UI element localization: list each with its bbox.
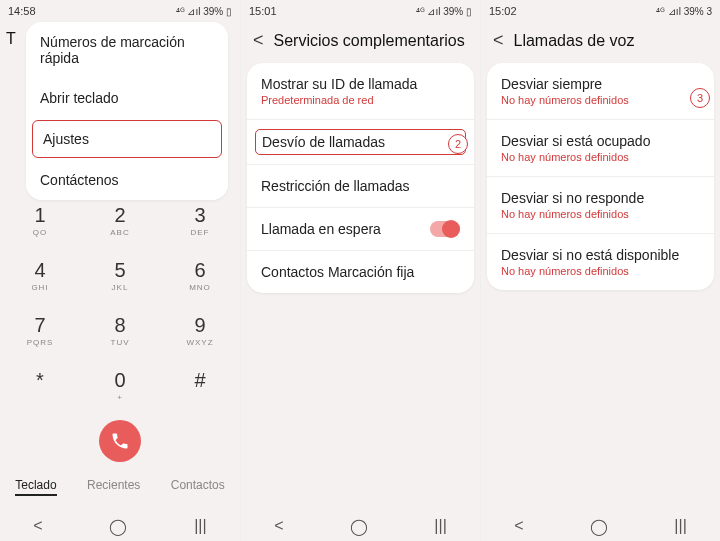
- status-icons: ⁴ᴳ ⊿ıl 39% ▯: [416, 6, 472, 17]
- step-badge-2: 2: [448, 134, 468, 154]
- status-icons: ⁴ᴳ ⊿ıl 39% 3: [656, 6, 712, 17]
- page-title: Llamadas de voz: [514, 32, 635, 50]
- key-0[interactable]: 0+: [80, 357, 160, 412]
- overflow-menu: Números de marcación rápida Abrir teclad…: [26, 22, 228, 200]
- key-3[interactable]: 3DEF: [160, 192, 240, 247]
- call-button[interactable]: [99, 420, 141, 462]
- item-call-waiting[interactable]: Llamada en espera: [247, 208, 474, 251]
- item-call-forwarding[interactable]: Desvío de llamadas: [247, 120, 474, 165]
- nav-home-icon[interactable]: ◯: [350, 517, 368, 536]
- screen-dialer: 14:58 ⁴ᴳ ⊿ıl 39% ▯ T Números de marcació…: [0, 0, 240, 541]
- statusbar: 15:02 ⁴ᴳ ⊿ıl 39% 3: [481, 0, 720, 22]
- dialpad: 1QO 2ABC 3DEF 4GHI 5JKL 6MNO 7PQRS 8TUV …: [0, 192, 240, 511]
- android-navbar: < ◯ |||: [481, 511, 720, 541]
- titlebar: < Llamadas de voz: [481, 22, 720, 63]
- menu-open-keypad[interactable]: Abrir teclado: [26, 78, 228, 118]
- key-5[interactable]: 5JKL: [80, 247, 160, 302]
- key-4[interactable]: 4GHI: [0, 247, 80, 302]
- tab-contacts[interactable]: Contactos: [171, 478, 225, 496]
- menu-speed-dial[interactable]: Números de marcación rápida: [26, 22, 228, 78]
- item-forward-unreachable[interactable]: Desviar si no está disponible No hay núm…: [487, 234, 714, 290]
- menu-contact-us[interactable]: Contáctenos: [26, 160, 228, 200]
- item-fixed-dialing[interactable]: Contactos Marcación fija: [247, 251, 474, 293]
- toggle-call-waiting[interactable]: [430, 221, 460, 237]
- back-icon[interactable]: <: [493, 30, 504, 51]
- back-icon[interactable]: <: [253, 30, 264, 51]
- key-hash[interactable]: #: [160, 357, 240, 412]
- nav-back-icon[interactable]: <: [274, 517, 283, 535]
- settings-list: Mostrar su ID de llamada Predeterminada …: [247, 63, 474, 293]
- nav-home-icon[interactable]: ◯: [109, 517, 127, 536]
- tab-keypad[interactable]: Teclado: [15, 478, 56, 496]
- key-1[interactable]: 1QO: [0, 192, 80, 247]
- truncated-title: T: [6, 30, 16, 48]
- forwarding-list: Desviar siempre No hay números definidos…: [487, 63, 714, 290]
- nav-recents-icon[interactable]: |||: [194, 517, 206, 535]
- status-time: 15:02: [489, 5, 517, 17]
- key-2[interactable]: 2ABC: [80, 192, 160, 247]
- nav-home-icon[interactable]: ◯: [590, 517, 608, 536]
- key-star[interactable]: *: [0, 357, 80, 412]
- tab-recents[interactable]: Recientes: [87, 478, 140, 496]
- screen-supplementary-services: 15:01 ⁴ᴳ ⊿ıl 39% ▯ < Servicios complemen…: [240, 0, 480, 541]
- nav-recents-icon[interactable]: |||: [434, 517, 446, 535]
- nav-recents-icon[interactable]: |||: [674, 517, 686, 535]
- titlebar: < Servicios complementarios: [241, 22, 480, 63]
- key-6[interactable]: 6MNO: [160, 247, 240, 302]
- menu-settings[interactable]: Ajustes: [32, 120, 222, 158]
- status-time: 14:58: [8, 5, 36, 17]
- item-call-barring[interactable]: Restricción de llamadas: [247, 165, 474, 208]
- item-caller-id[interactable]: Mostrar su ID de llamada Predeterminada …: [247, 63, 474, 120]
- statusbar: 15:01 ⁴ᴳ ⊿ıl 39% ▯: [241, 0, 480, 22]
- status-icons: ⁴ᴳ ⊿ıl 39% ▯: [176, 6, 232, 17]
- phone-icon: [110, 431, 130, 451]
- item-forward-always[interactable]: Desviar siempre No hay números definidos: [487, 63, 714, 120]
- bottom-tabs: Teclado Recientes Contactos: [0, 468, 240, 504]
- key-7[interactable]: 7PQRS: [0, 302, 80, 357]
- item-forward-busy[interactable]: Desviar si está ocupado No hay números d…: [487, 120, 714, 177]
- android-navbar: < ◯ |||: [0, 511, 240, 541]
- item-forward-noanswer[interactable]: Desviar si no responde No hay números de…: [487, 177, 714, 234]
- nav-back-icon[interactable]: <: [33, 517, 42, 535]
- android-navbar: < ◯ |||: [241, 511, 480, 541]
- key-9[interactable]: 9WXYZ: [160, 302, 240, 357]
- nav-back-icon[interactable]: <: [514, 517, 523, 535]
- screen-voice-calls: 15:02 ⁴ᴳ ⊿ıl 39% 3 < Llamadas de voz Des…: [480, 0, 720, 541]
- page-title: Servicios complementarios: [274, 32, 465, 50]
- statusbar: 14:58 ⁴ᴳ ⊿ıl 39% ▯: [0, 0, 240, 22]
- key-8[interactable]: 8TUV: [80, 302, 160, 357]
- step-badge-3: 3: [690, 88, 710, 108]
- status-time: 15:01: [249, 5, 277, 17]
